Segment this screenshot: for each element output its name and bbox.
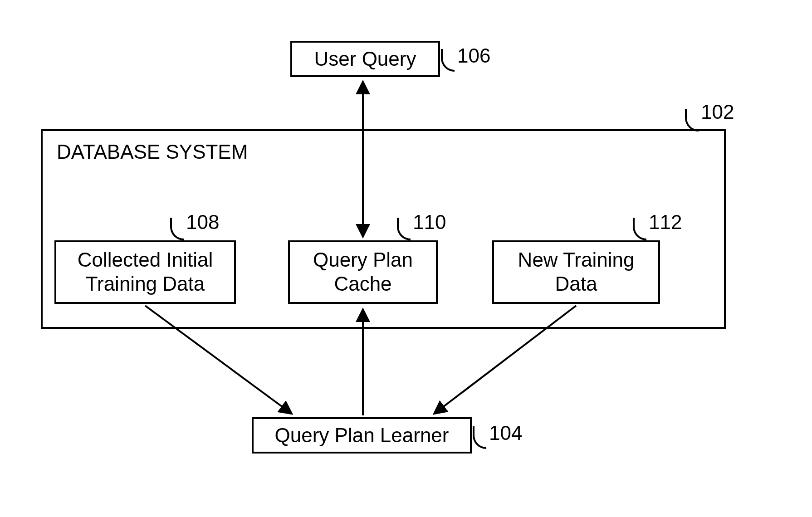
new-training-box: New Training Data [492,240,660,304]
query-plan-cache-box: Query Plan Cache [288,240,438,304]
collected-initial-label: Collected Initial Training Data [78,248,213,296]
ref-102: 102 [701,101,734,123]
new-training-label: New Training Data [518,248,635,296]
ref-104: 104 [489,422,522,444]
database-system-label: DATABASE SYSTEM [57,141,248,163]
ref-110: 110 [413,211,446,234]
query-plan-learner-label: Query Plan Learner [275,424,449,448]
ref-108: 108 [186,211,219,234]
user-query-label: User Query [314,47,416,71]
ref-curve-102 [685,109,699,132]
user-query-box: User Query [290,41,440,77]
collected-initial-box: Collected Initial Training Data [54,240,236,304]
ref-curve-106 [441,49,455,72]
query-plan-cache-label: Query Plan Cache [313,248,413,296]
ref-112: 112 [649,211,682,234]
ref-106: 106 [457,44,490,67]
query-plan-learner-box: Query Plan Learner [252,417,472,454]
ref-curve-104 [473,426,486,449]
